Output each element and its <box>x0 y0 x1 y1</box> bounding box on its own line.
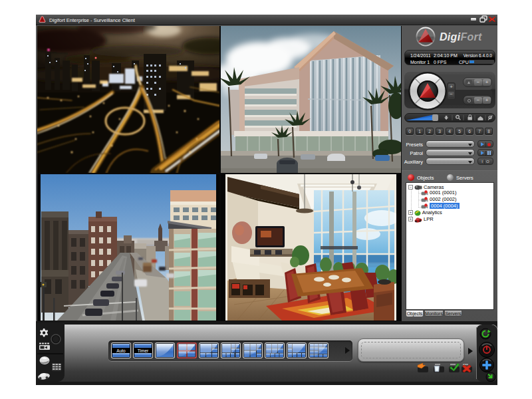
svg-text:Auto: Auto <box>116 348 126 353</box>
svg-text:Timer: Timer <box>138 348 149 353</box>
